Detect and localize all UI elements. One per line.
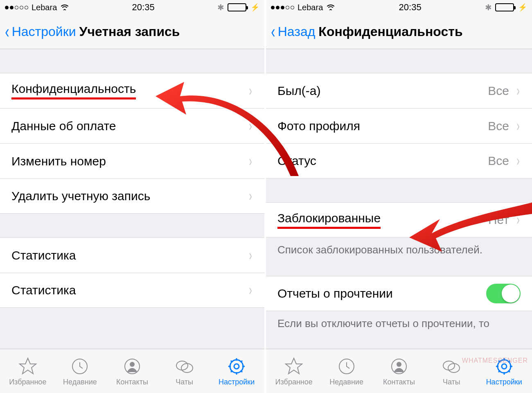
- back-button[interactable]: ‹ Настройки: [4, 24, 76, 39]
- battery-icon: [495, 3, 514, 11]
- chevron-left-icon: ‹: [5, 25, 9, 38]
- chat-icon: [175, 357, 194, 376]
- row-label: Был(-а): [277, 84, 320, 98]
- row-payment-info[interactable]: Данные об оплате ›: [0, 108, 264, 143]
- status-bar: Lebara 20:35 ✱ ⚡: [266, 0, 532, 15]
- tab-favorites[interactable]: Избранное: [268, 357, 320, 386]
- chat-icon: [442, 357, 461, 376]
- tab-label: Контакты: [116, 378, 148, 386]
- chevron-right-icon: ›: [516, 152, 519, 169]
- tab-bar: Избранное Недавние Контакты Чаты Настрой…: [0, 349, 264, 393]
- toggle-read-receipts[interactable]: [486, 284, 521, 303]
- charging-icon: ⚡: [250, 3, 259, 12]
- nav-bar: ‹ Назад Конфиденциальность: [266, 15, 532, 49]
- signal-dots-icon: [5, 6, 28, 9]
- tab-label: Недавние: [329, 378, 363, 386]
- row-label: Данные об оплате: [11, 119, 116, 133]
- read-receipts-footer: Если вы отключите отчеты о прочтении, то: [266, 311, 532, 335]
- tab-contacts[interactable]: Контакты: [373, 357, 425, 386]
- toggle-knob: [502, 285, 520, 303]
- svg-point-21: [502, 364, 507, 369]
- wifi-icon: [60, 3, 69, 12]
- phone-left-account: Lebara 20:35 ✱ ⚡ ‹ Настройки Учетная зап…: [0, 0, 266, 393]
- row-value: Все: [488, 119, 509, 133]
- tab-label: Избранное: [9, 378, 46, 386]
- row-value: Все: [488, 84, 509, 98]
- row-statistics-2[interactable]: Статистика ›: [0, 273, 264, 308]
- chevron-right-icon: ›: [249, 153, 252, 170]
- contact-icon: [389, 357, 409, 376]
- tab-label: Недавние: [63, 378, 97, 386]
- row-label: Конфиденциальность: [11, 82, 136, 99]
- contact-icon: [122, 357, 142, 376]
- svg-point-2: [130, 362, 135, 367]
- chevron-right-icon: ›: [516, 82, 519, 99]
- watermark: WHATMESSENGER: [462, 357, 528, 364]
- row-status[interactable]: Статус Все ›: [266, 143, 532, 178]
- chevron-right-icon: ›: [249, 187, 252, 205]
- tab-label: Чаты: [176, 378, 193, 386]
- carrier-label: Lebara: [298, 3, 323, 12]
- tab-chats[interactable]: Чаты: [158, 357, 211, 386]
- charging-icon: ⚡: [518, 3, 527, 12]
- bluetooth-icon: ✱: [217, 2, 224, 12]
- tab-settings[interactable]: Настройки: [210, 357, 263, 386]
- tab-bar: Избранное Недавние Контакты Чаты Настрой…: [266, 349, 532, 393]
- clock-icon: [70, 357, 90, 376]
- row-privacy[interactable]: Конфиденциальность ›: [0, 73, 264, 108]
- tab-contacts[interactable]: Контакты: [106, 357, 158, 386]
- content-left: Конфиденциальность › Данные об оплате › …: [0, 49, 264, 349]
- row-label: Фото профиля: [277, 119, 360, 133]
- page-title: Учетная запись: [79, 24, 180, 39]
- tab-recents[interactable]: Недавние: [54, 357, 106, 386]
- wifi-icon: [326, 3, 335, 12]
- chevron-right-icon: ›: [249, 82, 252, 99]
- row-label: Статистика: [11, 283, 76, 297]
- star-icon: [18, 357, 38, 376]
- row-label: Статус: [277, 154, 316, 168]
- tab-recents[interactable]: Недавние: [320, 357, 372, 386]
- chevron-right-icon: ›: [249, 117, 252, 135]
- page-title: Конфиденциальность: [318, 24, 462, 39]
- tab-label: Настройки: [219, 378, 255, 386]
- svg-point-17: [397, 362, 401, 367]
- svg-point-6: [234, 364, 239, 369]
- tab-label: Избранное: [275, 378, 313, 386]
- row-value: Все: [488, 154, 509, 168]
- row-delete-account[interactable]: Удалить учетную запись ›: [0, 178, 264, 214]
- chevron-right-icon: ›: [249, 282, 252, 299]
- row-label: Удалить учетную запись: [11, 189, 150, 203]
- phone-right-privacy: Lebara 20:35 ✱ ⚡ ‹ Назад Конфиденциально…: [266, 0, 532, 393]
- content-right: Был(-а) Все › Фото профиля Все › Статус …: [266, 49, 532, 349]
- status-time: 20:35: [399, 2, 422, 13]
- row-profile-photo[interactable]: Фото профиля Все ›: [266, 108, 532, 143]
- row-label: Изменить номер: [11, 154, 106, 168]
- row-label: Заблокированные: [277, 211, 381, 229]
- bluetooth-icon: ✱: [485, 2, 492, 12]
- row-change-number[interactable]: Изменить номер ›: [0, 143, 264, 178]
- back-label: Назад: [278, 24, 316, 39]
- row-value: Нет: [488, 213, 509, 227]
- signal-dots-icon: [271, 6, 294, 9]
- tab-label: Настройки: [486, 378, 522, 386]
- blocked-footer: Список заблокированных пользователей.: [266, 237, 532, 261]
- star-icon: [284, 357, 304, 376]
- tab-favorites[interactable]: Избранное: [2, 357, 54, 386]
- row-label: Статистика: [11, 248, 76, 262]
- status-bar: Lebara 20:35 ✱ ⚡: [0, 0, 264, 15]
- status-time: 20:35: [132, 2, 155, 13]
- tab-label: Чаты: [443, 378, 460, 386]
- nav-bar: ‹ Настройки Учетная запись: [0, 15, 264, 49]
- carrier-label: Lebara: [32, 3, 57, 12]
- chevron-right-icon: ›: [516, 117, 519, 135]
- row-last-seen[interactable]: Был(-а) Все ›: [266, 73, 532, 108]
- tab-label: Контакты: [383, 378, 415, 386]
- row-blocked[interactable]: Заблокированные Нет ›: [266, 202, 532, 237]
- chevron-right-icon: ›: [516, 211, 519, 228]
- row-label: Отчеты о прочтении: [277, 287, 393, 300]
- row-read-receipts[interactable]: Отчеты о прочтении: [266, 276, 532, 311]
- battery-icon: [228, 3, 246, 11]
- row-statistics-1[interactable]: Статистика ›: [0, 237, 264, 273]
- chevron-left-icon: ‹: [271, 25, 275, 38]
- back-button[interactable]: ‹ Назад: [270, 24, 315, 39]
